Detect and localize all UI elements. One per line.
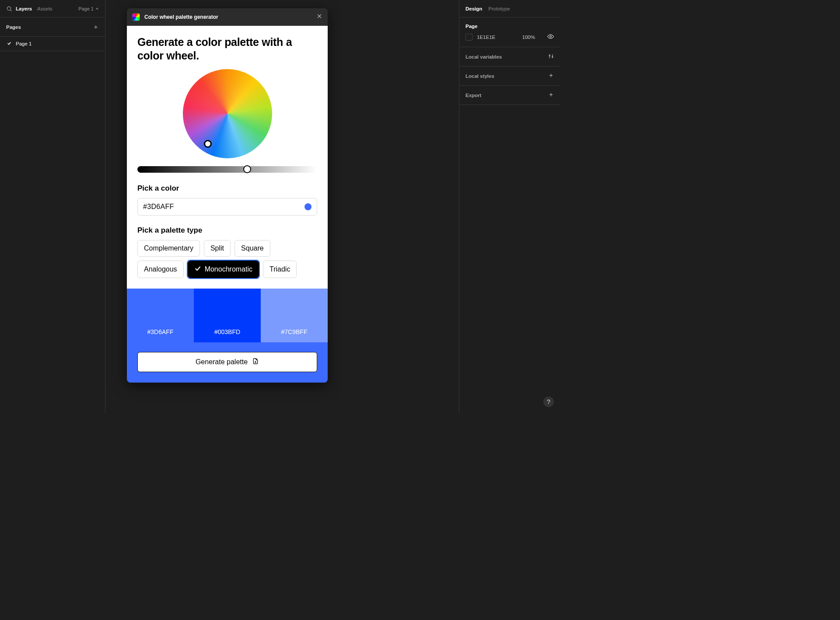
right-tabs: Design Prototype: [459, 0, 560, 17]
palette-type-chip[interactable]: Square: [234, 240, 270, 257]
canvas[interactable]: Color wheel palette generator Generate a…: [105, 0, 459, 413]
plus-icon[interactable]: [548, 73, 554, 79]
brightness-handle[interactable]: [243, 165, 251, 173]
left-sidebar-top: Layers Assets Page 1: [0, 0, 105, 17]
plugin-title: Color wheel palette generator: [144, 14, 312, 20]
export-section[interactable]: Export: [459, 86, 560, 105]
generate-palette-button[interactable]: Generate palette: [137, 352, 317, 372]
palette-swatch[interactable]: #3D6AFF: [127, 289, 194, 342]
palette-type-chip[interactable]: Split: [204, 240, 231, 257]
page-selector-label: Page 1: [78, 6, 94, 11]
local-variables-section[interactable]: Local variables: [459, 47, 560, 66]
chip-label: Square: [241, 244, 264, 252]
page-item-label: Page 1: [16, 41, 32, 46]
chip-label: Monochromatic: [205, 265, 252, 273]
pick-palette-label: Pick a palette type: [137, 226, 317, 235]
plus-icon[interactable]: [548, 92, 554, 98]
svg-point-10: [549, 55, 550, 56]
chip-label: Analogous: [144, 265, 177, 273]
svg-point-12: [552, 56, 553, 57]
tab-prototype[interactable]: Prototype: [488, 6, 510, 11]
palette-swatch-label: #7C9BFF: [281, 328, 308, 335]
chip-label: Triadic: [270, 265, 290, 273]
plugin-heading: Generate a color palette with a color wh…: [137, 35, 317, 63]
pick-color-label: Pick a color: [137, 184, 317, 193]
visibility-icon[interactable]: [547, 33, 554, 41]
plugin-body: Generate a color palette with a color wh…: [127, 26, 328, 289]
color-hex-field[interactable]: [143, 203, 304, 211]
palette-swatch-label: #3D6AFF: [147, 328, 174, 335]
page-item[interactable]: Page 1: [0, 37, 105, 51]
svg-point-8: [550, 36, 552, 38]
palette-type-chips: ComplementarySplitSquareAnalogousMonochr…: [137, 240, 317, 278]
search-icon[interactable]: [6, 6, 12, 12]
color-wheel-handle[interactable]: [204, 140, 212, 148]
color-dot-icon: [304, 203, 312, 210]
page-bg-hex[interactable]: 1E1E1E: [477, 35, 518, 40]
plugin-panel: Color wheel palette generator Generate a…: [127, 8, 328, 383]
page-bg-swatch[interactable]: [466, 34, 472, 41]
palette-type-chip[interactable]: Monochromatic: [188, 261, 259, 278]
pages-label: Pages: [6, 24, 21, 30]
page-section: Page 1E1E1E 100%: [459, 17, 560, 47]
plugin-header[interactable]: Color wheel palette generator: [127, 8, 328, 26]
tab-assets[interactable]: Assets: [37, 6, 52, 11]
page-section-title: Page: [466, 24, 554, 29]
add-page-icon[interactable]: [93, 24, 99, 30]
add-page-file-icon: [252, 358, 259, 366]
brightness-slider[interactable]: [137, 166, 317, 173]
page-bg-row[interactable]: 1E1E1E 100%: [466, 33, 554, 41]
sliders-icon[interactable]: [548, 53, 554, 60]
color-wheel[interactable]: [137, 69, 317, 158]
plugin-logo-icon: [132, 13, 140, 21]
palette-preview: #3D6AFF#003BFD#7C9BFF: [127, 289, 328, 342]
chip-label: Complementary: [144, 244, 193, 252]
local-variables-label: Local variables: [466, 54, 502, 59]
close-icon[interactable]: [316, 13, 322, 21]
svg-point-0: [7, 7, 10, 10]
color-input[interactable]: [137, 198, 317, 216]
palette-swatch[interactable]: #7C9BFF: [261, 289, 328, 342]
svg-line-1: [10, 10, 12, 11]
local-styles-label: Local styles: [466, 73, 494, 79]
tab-layers[interactable]: Layers: [16, 6, 32, 11]
export-label: Export: [466, 93, 481, 98]
tab-design[interactable]: Design: [466, 6, 482, 11]
pages-header: Pages: [0, 17, 105, 37]
check-icon: [7, 41, 11, 46]
chip-label: Split: [210, 244, 224, 252]
right-sidebar: Design Prototype Page 1E1E1E 100% Local …: [459, 0, 560, 413]
page-selector[interactable]: Page 1: [78, 6, 99, 11]
check-icon: [194, 265, 201, 274]
generate-label: Generate palette: [196, 358, 248, 366]
palette-type-chip[interactable]: Triadic: [263, 261, 297, 278]
local-styles-section[interactable]: Local styles: [459, 66, 560, 86]
generate-bar: Generate palette: [127, 342, 328, 383]
help-button[interactable]: ?: [543, 397, 554, 407]
page-bg-opacity[interactable]: 100%: [522, 35, 535, 40]
left-sidebar: Layers Assets Page 1 Pages Page 1: [0, 0, 105, 413]
palette-swatch[interactable]: #003BFD: [194, 289, 261, 342]
palette-swatch-label: #003BFD: [214, 328, 240, 335]
palette-type-chip[interactable]: Analogous: [137, 261, 184, 278]
palette-type-chip[interactable]: Complementary: [137, 240, 200, 257]
